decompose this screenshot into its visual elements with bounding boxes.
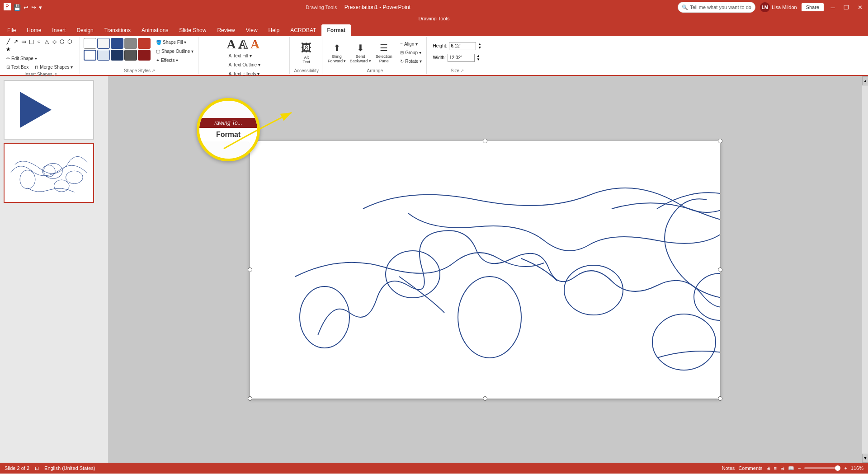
minimize-button[interactable]: ─ [828,3,837,12]
style-9[interactable] [124,50,137,61]
tab-home[interactable]: Home [21,24,47,36]
slide-number-icon[interactable]: ⊡ [35,465,39,471]
align-icon: ≡ [400,42,403,47]
shape-arrow[interactable]: ↗ [12,38,19,45]
group-wordart-styles: A A A A Text Fill ▾ A Text Outline ▾ A T… [199,37,290,74]
quick-access-undo[interactable]: ↩ [24,4,28,11]
shape-hexagon[interactable]: ⬡ [66,38,73,45]
shape-line[interactable]: ╱ [5,38,12,45]
accessibility-label: Accessibility [294,67,318,73]
wordart-a-plain[interactable]: A [227,38,236,51]
wordart-a-gradient[interactable]: A [250,38,259,51]
style-4[interactable] [124,38,137,49]
quick-access-customize[interactable]: ▾ [39,4,42,11]
view-reading-icon[interactable]: 📖 [788,465,794,471]
tab-animations[interactable]: Animations [136,24,174,36]
edit-shape-button[interactable]: ✏ Edit Shape ▾ [5,54,39,62]
send-backward-icon: ⬇ [357,42,364,53]
right-scrollbar[interactable]: ▲ ▼ [862,76,868,463]
tab-acrobat[interactable]: ACROBAT [285,24,321,36]
share-button[interactable]: Share [802,3,824,11]
fill-icon: 🪣 [156,40,161,45]
wordart-a-outline[interactable]: A [239,38,248,51]
tab-insert[interactable]: Insert [47,24,71,36]
shape-outline-button[interactable]: ▢ Shape Outline ▾ [154,47,195,55]
notes-button[interactable]: Notes [722,465,735,471]
tab-format[interactable]: Format [321,24,351,36]
tab-file[interactable]: File [2,24,21,36]
status-right: Notes Comments ⊞ ≡ ⊟ 📖 − + 116% [722,465,863,471]
text-outline-button[interactable]: A Text Outline ▾ [227,61,262,69]
tab-review[interactable]: Review [212,24,240,36]
wordart-buttons: A A A A Text Fill ▾ A Text Outline ▾ A T… [227,38,262,78]
style-6[interactable] [84,50,96,61]
group-button[interactable]: ⊞ Group ▾ [398,48,424,56]
view-sorter-icon[interactable]: ⊟ [780,465,784,471]
scroll-track[interactable] [862,85,868,454]
style-5[interactable] [138,38,151,49]
shape-rect[interactable]: ▭ [20,38,27,45]
shape-star[interactable]: ★ [5,46,12,53]
bring-forward-button[interactable]: ⬆ BringForward ▾ [326,40,348,66]
rotate-button[interactable]: ↻ Rotate ▾ [398,57,424,66]
shape-fill-button[interactable]: 🪣 Shape Fill ▾ [154,38,195,46]
quick-access-redo[interactable]: ↪ [31,4,36,11]
user-account[interactable]: LM Lisa Mildon [760,2,797,12]
merge-shapes-button[interactable]: ⊓ Merge Shapes ▾ [33,63,75,71]
slide-canvas [250,141,720,399]
quick-access-save[interactable]: 💾 [14,4,21,11]
height-down[interactable]: ▼ [478,46,481,50]
style-8[interactable] [111,50,123,61]
alt-text-button[interactable]: 🖼 AltText [296,40,317,66]
rotate-icon: ↻ [400,59,404,64]
style-2[interactable] [97,38,110,49]
scroll-down-button[interactable]: ▼ [862,454,868,463]
tell-me-input[interactable]: 🔍 Tell me what you want to do [678,2,755,13]
selection-pane-button[interactable]: ☰ SelectionPane [373,40,395,66]
width-input[interactable] [448,54,475,62]
width-down[interactable]: ▼ [476,58,480,61]
shape-diamond[interactable]: ◇ [51,38,58,45]
close-button[interactable]: ✕ [855,3,864,12]
svg-point-9 [652,314,716,370]
shape-styles-expand[interactable]: ↗ [151,68,155,73]
tab-view[interactable]: View [241,24,263,36]
style-3[interactable] [111,38,123,49]
comments-button[interactable]: Comments [738,465,762,471]
drawing-tools-title: Drawing Tools [306,5,337,10]
align-button[interactable]: ≡ Align ▾ [398,40,424,48]
scroll-up-button[interactable]: ▲ [862,76,868,85]
tab-slideshow[interactable]: Slide Show [174,24,212,36]
zoom-out-button[interactable]: − [798,465,801,471]
restore-button[interactable]: ❐ [842,3,851,12]
size-expand[interactable]: ↗ [460,68,464,73]
style-1[interactable] [84,38,96,49]
tab-help[interactable]: Help [263,24,285,36]
height-input[interactable] [449,42,476,50]
ribbon: Drawing Tools File Home Insert Design Tr… [0,14,868,76]
zoom-in-button[interactable]: + [844,465,847,471]
group-shape-styles: 🪣 Shape Fill ▾ ▢ Shape Outline ▾ ✦ Effec… [81,37,198,74]
slide-1-thumb[interactable] [4,80,94,140]
shape-effects-button[interactable]: ✦ Effects ▾ [154,56,195,64]
slide-2-thumb[interactable] [4,143,94,203]
shape-triangle[interactable]: △ [43,38,50,45]
shape-oval[interactable]: ○ [35,38,42,45]
text-box-button[interactable]: ⊡ Text Box [5,63,30,71]
slide-info: Slide 2 of 2 [5,465,29,471]
shape-rounded-rect[interactable]: ▢ [28,38,35,45]
style-10[interactable] [138,50,151,61]
zoom-level[interactable]: 116% [851,465,863,471]
view-outline-icon[interactable]: ≡ [774,465,777,471]
text-fill-button[interactable]: A Text Fill ▾ [227,52,254,60]
zoom-slider[interactable] [804,467,840,469]
tab-transitions[interactable]: Transitions [99,24,136,36]
group-accessibility: 🖼 AltText Accessibility [291,37,322,74]
style-7[interactable] [97,50,110,61]
send-backward-button[interactable]: ⬇ SendBackward ▾ [349,40,371,66]
tab-design[interactable]: Design [71,24,99,36]
svg-point-5 [300,286,349,348]
shape-pentagon[interactable]: ⬠ [58,38,66,45]
shape-fill-group: 🪣 Shape Fill ▾ ▢ Shape Outline ▾ ✦ Effec… [154,38,195,64]
view-normal-icon[interactable]: ⊞ [766,465,770,471]
